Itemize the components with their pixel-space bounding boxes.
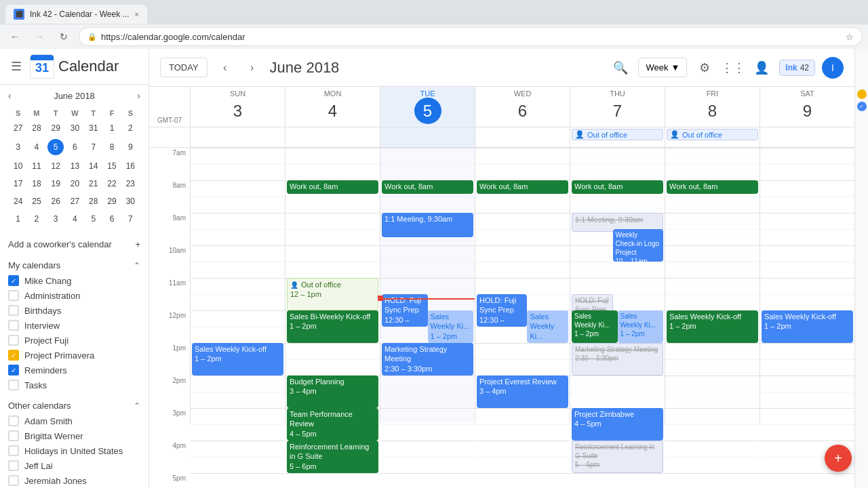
mini-cal-day[interactable]: 15 [103, 158, 120, 174]
mini-cal-day[interactable]: 10 [9, 158, 26, 174]
mini-cal-day[interactable]: 2 [122, 120, 139, 136]
event-thu-logo[interactable]: Weekly Check-in Logo Project 10 – 11am [613, 229, 663, 262]
event-wed-workout[interactable]: Work out, 8am [477, 180, 568, 194]
user-avatar[interactable]: I [822, 57, 844, 79]
mini-cal-day[interactable]: 5 [85, 211, 102, 227]
mini-cal-day[interactable]: 19 [47, 176, 65, 192]
event-mon-budget[interactable]: Budget Planning 3 – 4pm [287, 375, 378, 408]
search-btn[interactable]: 🔍 [610, 57, 631, 79]
mini-cal-day[interactable]: 3 [47, 211, 65, 227]
day-col-wed[interactable]: Work out, 8am HOLD: Fuji Sync Prep 12:30… [475, 148, 570, 423]
mini-cal-day[interactable]: 14 [85, 158, 102, 174]
cal-item-birthdays[interactable]: Birthdays [0, 303, 149, 318]
mini-cal-day[interactable]: 4 [66, 211, 83, 227]
mini-cal-day[interactable]: 28 [28, 120, 45, 136]
mini-cal-day[interactable]: 20 [66, 176, 83, 192]
event-wed-fuji[interactable]: HOLD: Fuji Sync Prep 12:30 – 1:30pm [477, 294, 527, 327]
mini-cal-day[interactable]: 1 [9, 211, 26, 227]
event-mon-perf[interactable]: Team Performance Review 4 – 5pm [287, 408, 378, 441]
mini-cal-day[interactable]: 21 [85, 176, 102, 192]
mini-cal-day[interactable]: 13 [66, 158, 83, 174]
mini-cal-day[interactable]: 12 [47, 158, 65, 174]
cal-item-reminders[interactable]: ✓ Reminders [0, 363, 149, 378]
bookmark-icon[interactable]: ☆ [846, 32, 854, 42]
cal-checkbox-fuji[interactable] [8, 335, 19, 346]
cal-item-mike-chang[interactable]: ✓ Mike Chang [0, 273, 149, 288]
refresh-btn[interactable]: ↻ [54, 27, 73, 46]
cal-item-interview[interactable]: Interview [0, 318, 149, 333]
cal-checkbox-brigitta[interactable] [8, 430, 19, 441]
day-col-thu[interactable]: Work out, 8am 1:1 Meeting, 9:30am Weekly… [570, 148, 665, 423]
event-thu-rl-strike[interactable]: Reinforcement Learning in G Suite 5 – 6p… [572, 441, 663, 473]
mini-cal-day[interactable]: 2 [28, 211, 45, 227]
mini-cal-day[interactable]: 17 [9, 176, 26, 192]
mini-cal-day[interactable]: 25 [28, 193, 45, 209]
cal-item-jeremiah[interactable]: Jeremiah Jones [0, 473, 149, 488]
event-mon-salesbi[interactable]: Sales Bi-Weekly Kick-off 1 – 2pm [287, 310, 378, 343]
event-tue-workout[interactable]: Work out, 8am [382, 180, 473, 194]
mini-cal-day[interactable]: 7 [122, 211, 139, 227]
cal-item-administration[interactable]: Administration [0, 288, 149, 303]
cal-checkbox-tasks[interactable] [8, 380, 19, 390]
allday-event-thu[interactable]: 👤 Out of office [572, 129, 663, 140]
mini-cal-next[interactable]: › [137, 90, 140, 101]
mini-cal-day[interactable]: 24 [9, 193, 26, 209]
cal-item-tasks[interactable]: Tasks [0, 378, 149, 392]
mini-cal-day[interactable]: 28 [85, 193, 102, 209]
cal-checkbox-interview[interactable] [8, 320, 19, 331]
event-fri-sales[interactable]: Sales Weekly Kick-off 1 – 2pm [667, 310, 758, 343]
mini-cal-day[interactable]: 1 [103, 120, 120, 136]
mini-cal-day[interactable]: 3 [9, 138, 26, 157]
prev-week-btn[interactable]: ‹ [216, 58, 235, 77]
mini-cal-day[interactable]: 29 [103, 193, 120, 209]
day-col-tue[interactable]: Work out, 8am 1:1 Meeting, 9:30am HOLD: … [380, 148, 475, 423]
tab-close-btn[interactable]: × [135, 10, 139, 18]
allday-event-fri[interactable]: 👤 Out of office [667, 129, 758, 140]
browser-tab[interactable]: ⬛ Ink 42 - Calendar - Week ... × [5, 5, 147, 24]
event-tue-sales[interactable]: Sales Weekly Ki... 1 – 2pm [428, 310, 474, 343]
cal-item-holidays[interactable]: Holidays in United States [0, 443, 149, 458]
cal-item-brigitta[interactable]: Brigitta Werner [0, 428, 149, 443]
mini-cal-day[interactable]: 11 [28, 158, 45, 174]
event-mon-workout[interactable]: Work out, 8am [287, 180, 378, 194]
my-calendars-header[interactable]: My calendars ⌃ [0, 258, 149, 273]
cal-item-project-fuji[interactable]: Project Fuji [0, 333, 149, 348]
settings-btn[interactable]: ⚙ [694, 57, 715, 79]
other-calendars-header[interactable]: Other calendars ⌃ [0, 398, 149, 413]
add-coworker-btn[interactable]: Add a coworker's calendar + [0, 234, 149, 255]
create-event-fab[interactable]: + [825, 445, 852, 472]
event-thu-sales-light[interactable]: Sales Weekly Ki... 1 – 2pm [618, 310, 664, 343]
mini-cal-day[interactable]: 7 [85, 138, 102, 157]
cal-checkbox-jeremiah[interactable] [8, 475, 19, 486]
mini-cal-day[interactable]: 27 [66, 193, 83, 209]
cal-checkbox-holidays[interactable] [8, 445, 19, 456]
mini-cal-day[interactable]: 30 [66, 120, 83, 136]
event-wed-everest[interactable]: Project Everest Review 3 – 4pm [477, 375, 568, 408]
cal-checkbox-admin[interactable] [8, 290, 19, 301]
forward-btn[interactable]: → [30, 27, 49, 46]
event-sun-sales[interactable]: Sales Weekly Kick-off 1 – 2pm [192, 343, 283, 375]
event-wed-sales[interactable]: Sales Weekly Ki... 1 – 2pm [527, 310, 568, 343]
event-thu-workout[interactable]: Work out, 8am [572, 180, 663, 194]
event-fri-workout[interactable]: Work out, 8am [667, 180, 758, 194]
day-col-fri[interactable]: Work out, 8am Sales Weekly Kick-off 1 – … [665, 148, 760, 423]
mini-cal-day[interactable]: 29 [47, 120, 65, 136]
cal-checkbox-birthdays[interactable] [8, 305, 19, 316]
mini-cal-day[interactable]: 23 [122, 176, 139, 192]
event-mon-rl[interactable]: Reinforcement Learning in G Suite 5 – 6p… [287, 441, 378, 473]
event-tue-1on1[interactable]: 1:1 Meeting, 9:30am [382, 213, 473, 237]
mini-cal-day[interactable]: 18 [28, 176, 45, 192]
event-tue-marketing[interactable]: Marketing Strategy Meeting 2:30 – 3:30pm [382, 343, 473, 375]
cal-item-adam-smith[interactable]: Adam Smith [0, 413, 149, 428]
event-thu-sales-kick[interactable]: Sales Weekly Ki... 1 – 2pm [572, 310, 618, 343]
mini-cal-day[interactable]: 6 [66, 138, 83, 157]
mini-cal-day[interactable]: 22 [103, 176, 120, 192]
back-btn[interactable]: ← [5, 27, 24, 46]
mini-cal-day[interactable]: 6 [103, 211, 120, 227]
cal-item-jeff[interactable]: Jeff Lai [0, 458, 149, 473]
mini-cal-day[interactable]: 5 [47, 138, 65, 157]
mini-cal-day[interactable]: 16 [122, 158, 139, 174]
address-bar[interactable]: 🔒 https://calendar.google.com/calendar ☆ [79, 27, 863, 46]
event-mon-ooo[interactable]: 👤 Out of office 12 – 1pm [287, 278, 378, 310]
mini-cal-day[interactable]: 8 [103, 138, 120, 157]
